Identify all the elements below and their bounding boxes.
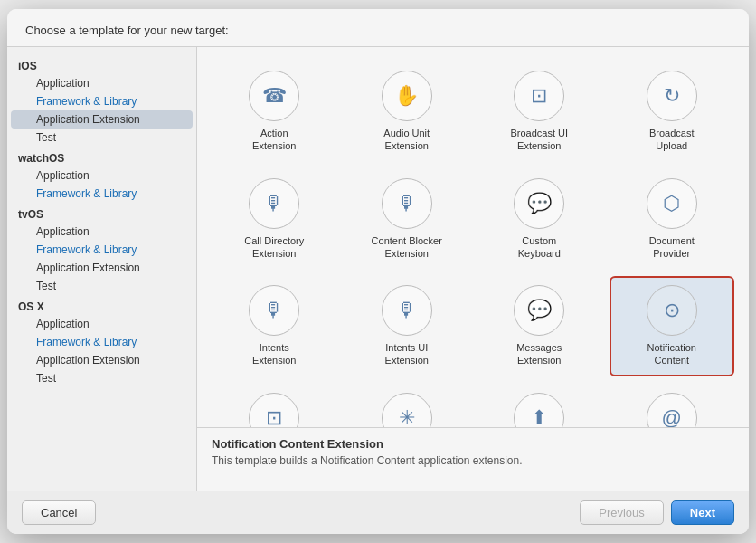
template-label-call-directory-extension: Call Directory Extension	[244, 234, 304, 261]
footer-right: Previous Next	[580, 500, 734, 525]
template-item-messages-extension[interactable]: 💬Messages Extension	[477, 276, 602, 376]
template-icon-broadcast-ui-extension: ⊡	[514, 71, 564, 121]
content-area: ☎Action Extension✋Audio Unit Extension⊡B…	[197, 47, 749, 491]
template-item-action-extension[interactable]: ☎Action Extension	[212, 62, 337, 162]
main-dialog: Choose a template for your new target: i…	[7, 9, 749, 534]
template-item-intents-ui-extension[interactable]: 🎙Intents UI Extension	[345, 276, 470, 376]
template-label-content-blocker-extension: Content Blocker Extension	[372, 234, 442, 261]
sidebar-item-osx-app-extension[interactable]: Application Extension	[11, 351, 193, 369]
template-icon-share-extension: ⬆	[514, 393, 564, 427]
sidebar-item-ios-application[interactable]: Application	[11, 74, 193, 92]
dialog-body: iOSApplicationFramework & LibraryApplica…	[7, 47, 749, 491]
template-icon-notification-content: ⊙	[647, 285, 697, 336]
sidebar-item-watch-framework[interactable]: Framework & Library	[11, 185, 193, 203]
cancel-button[interactable]: Cancel	[22, 500, 96, 525]
template-item-document-provider[interactable]: ⬡Document Provider	[610, 169, 735, 270]
template-icon-custom-keyboard: 💬	[514, 178, 564, 229]
header-text: Choose a template for your new target:	[25, 24, 229, 37]
sidebar-item-tv-application[interactable]: Application	[11, 223, 193, 241]
template-item-broadcast-upload[interactable]: ↻Broadcast Upload	[610, 62, 735, 162]
template-item-share-extension[interactable]: ⬆	[477, 384, 602, 427]
template-icon-intents-extension: 🎙	[249, 285, 299, 336]
sidebar-item-tv-test[interactable]: Test	[11, 277, 193, 295]
template-icon-action-extension: ☎	[249, 71, 299, 121]
template-grid: ☎Action Extension✋Audio Unit Extension⊡B…	[197, 47, 749, 427]
sidebar-section-tvos: tvOS	[7, 203, 196, 223]
description-bar: Notification Content Extension This temp…	[197, 427, 749, 491]
description-text: This template builds a Notification Cont…	[212, 454, 734, 467]
template-icon-today-extension: @	[647, 393, 697, 427]
template-label-intents-extension: Intents Extension	[252, 341, 296, 367]
sidebar-section-os-x: OS X	[7, 295, 196, 315]
template-label-notification-content: Notification Content	[647, 341, 696, 367]
template-label-custom-keyboard: Custom Keyboard	[518, 234, 561, 261]
dialog-header: Choose a template for your new target:	[7, 9, 749, 47]
sidebar-item-osx-application[interactable]: Application	[11, 315, 193, 333]
template-item-notification-service-extension[interactable]: ⊡	[212, 384, 337, 427]
sidebar-item-watch-application[interactable]: Application	[11, 167, 193, 185]
sidebar: iOSApplicationFramework & LibraryApplica…	[7, 47, 197, 491]
previous-button[interactable]: Previous	[580, 500, 664, 525]
template-item-custom-keyboard[interactable]: 💬Custom Keyboard	[477, 169, 602, 270]
template-item-content-blocker-extension[interactable]: 🎙Content Blocker Extension	[345, 169, 470, 270]
template-label-intents-ui-extension: Intents UI Extension	[385, 341, 429, 367]
template-label-audio-unit-extension: Audio Unit Extension	[383, 127, 430, 153]
template-icon-notification-service-extension: ⊡	[249, 393, 299, 427]
sidebar-item-ios-app-extension[interactable]: Application Extension	[11, 110, 193, 129]
next-button[interactable]: Next	[671, 500, 734, 525]
template-item-audio-unit-extension[interactable]: ✋Audio Unit Extension	[345, 62, 470, 162]
template-icon-broadcast-upload: ↻	[647, 71, 697, 121]
description-title: Notification Content Extension	[212, 437, 734, 451]
template-icon-content-blocker-extension: 🎙	[382, 178, 432, 229]
template-label-document-provider: Document Provider	[649, 234, 695, 261]
template-icon-photo-editing-extension: ✳	[382, 393, 432, 427]
sidebar-item-tv-framework[interactable]: Framework & Library	[11, 241, 193, 259]
template-item-broadcast-ui-extension[interactable]: ⊡Broadcast UI Extension	[477, 62, 602, 162]
template-icon-call-directory-extension: 🎙	[249, 178, 299, 229]
sidebar-item-ios-test[interactable]: Test	[11, 129, 193, 147]
template-item-notification-content[interactable]: ⊙Notification Content	[610, 276, 735, 376]
sidebar-item-tv-app-extension[interactable]: Application Extension	[11, 259, 193, 277]
template-item-photo-editing-extension[interactable]: ✳	[345, 384, 470, 427]
template-icon-document-provider: ⬡	[647, 178, 697, 229]
dialog-footer: Cancel Previous Next	[7, 491, 749, 534]
template-item-intents-extension[interactable]: 🎙Intents Extension	[212, 276, 337, 376]
sidebar-item-osx-framework[interactable]: Framework & Library	[11, 333, 193, 351]
template-label-broadcast-upload: Broadcast Upload	[649, 127, 695, 153]
template-icon-audio-unit-extension: ✋	[382, 71, 432, 121]
sidebar-item-osx-test[interactable]: Test	[11, 369, 193, 387]
sidebar-item-ios-framework[interactable]: Framework & Library	[11, 92, 193, 110]
template-label-action-extension: Action Extension	[252, 127, 296, 153]
template-item-call-directory-extension[interactable]: 🎙Call Directory Extension	[212, 169, 337, 270]
template-item-today-extension[interactable]: @	[610, 384, 735, 427]
template-label-messages-extension: Messages Extension	[516, 341, 562, 367]
sidebar-section-ios: iOS	[7, 54, 196, 74]
sidebar-section-watchos: watchOS	[7, 147, 196, 167]
template-icon-intents-ui-extension: 🎙	[382, 285, 432, 336]
template-icon-messages-extension: 💬	[514, 285, 564, 336]
template-label-broadcast-ui-extension: Broadcast UI Extension	[510, 127, 568, 153]
